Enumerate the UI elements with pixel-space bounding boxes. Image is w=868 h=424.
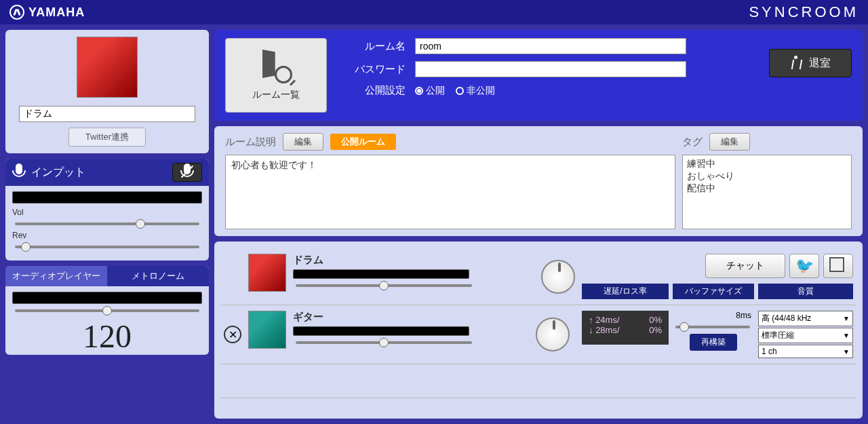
pan-knob[interactable] (541, 260, 575, 294)
compression-dropdown[interactable]: 標準圧縮 (758, 328, 853, 343)
mic-icon (12, 163, 26, 181)
latency-readout: ↑ 24ms/0% ↓ 28ms/0% (582, 311, 669, 345)
twitter-share-button[interactable]: 🐦 (789, 254, 819, 278)
tab-metronome[interactable]: メトロノーム (107, 266, 209, 286)
rev-label: Rev (12, 231, 202, 240)
input-panel: インプット Vol Rev (5, 159, 209, 261)
member-avatar (248, 311, 286, 349)
brand-name: YAMAHA (28, 5, 85, 20)
channels-dropdown[interactable]: 1 ch (758, 345, 853, 358)
desc-text: 初心者も歓迎です！ (225, 155, 675, 229)
public-room-button[interactable]: 公開ルーム (330, 134, 396, 150)
metronome-vol-slider[interactable] (15, 309, 199, 312)
member-name: ギター (293, 311, 529, 324)
room-name-label: ルーム名 (338, 40, 406, 53)
app-name: SYNCROOM (749, 3, 859, 21)
room-name-input[interactable] (415, 38, 686, 54)
vol-slider[interactable] (15, 223, 199, 225)
username-input[interactable] (19, 106, 195, 122)
tempo-display: 120 (12, 317, 202, 355)
password-input[interactable] (415, 61, 686, 77)
member-level-meter (293, 326, 469, 336)
member-vol-slider[interactable] (296, 284, 472, 287)
latency-header: 遅延/ロス率 (582, 284, 669, 299)
radio-public[interactable]: 公開 (415, 85, 445, 97)
buffer-header: バッファサイズ (673, 284, 754, 299)
metronome-meter (12, 292, 202, 304)
buffer-slider[interactable] (675, 326, 750, 328)
profile-panel: Twitter連携 (5, 30, 209, 153)
input-title: インプット (31, 166, 85, 180)
visibility-label: 公開設定 (338, 84, 406, 97)
quality-header: 音質 (758, 284, 853, 299)
chat-button[interactable]: チャット (705, 254, 785, 278)
member-avatar (248, 254, 286, 292)
tag-list: 練習中 おしゃべり 配信中 (682, 155, 852, 229)
brand-left: YAMAHA (9, 5, 85, 20)
mic-muted-icon (180, 163, 194, 181)
tag-edit-button[interactable]: 編集 (709, 133, 750, 151)
desc-edit-button[interactable]: 編集 (283, 133, 323, 151)
vol-label: Vol (12, 208, 202, 217)
twitter-icon: 🐦 (795, 257, 814, 275)
copy-button[interactable] (823, 254, 853, 278)
exit-icon (790, 56, 801, 71)
leave-room-button[interactable]: 退室 (769, 49, 852, 77)
room-list-button[interactable]: ルーム一覧 (225, 38, 327, 113)
tag-label: タグ (682, 136, 703, 149)
yamaha-logo-icon (9, 5, 24, 20)
rev-slider[interactable] (15, 246, 199, 248)
member-row-peer: ✕ ギター ↑ 24ms/0% ↓ 28ms/0% (221, 305, 856, 364)
buffer-value: 8ms (673, 311, 754, 320)
user-avatar[interactable] (77, 37, 138, 98)
player-panel: オーディオプレイヤー メトロノーム 120 (5, 266, 209, 355)
pan-knob[interactable] (536, 317, 570, 351)
room-setup-panel: ルーム一覧 ルーム名 パスワード 公開設定 公開 非公開 (214, 30, 863, 121)
member-row-self: ドラム チャット 🐦 遅延/ロス率 (221, 248, 856, 305)
sample-rate-dropdown[interactable]: 高 (44/48 kHz (758, 311, 853, 326)
members-panel: ドラム チャット 🐦 遅延/ロス率 (214, 242, 863, 419)
input-level-meter (12, 191, 202, 204)
radio-private[interactable]: 非公開 (456, 85, 495, 97)
member-level-meter (293, 269, 469, 279)
tag-item: 練習中 (687, 158, 847, 170)
tab-audio-player[interactable]: オーディオプレイヤー (5, 266, 107, 286)
door-search-icon (262, 50, 290, 83)
twitter-link-button[interactable]: Twitter連携 (68, 128, 146, 147)
copy-icon (832, 260, 844, 272)
mute-button[interactable] (172, 163, 202, 182)
member-name: ドラム (293, 254, 534, 267)
top-bar: YAMAHA SYNCROOM (0, 0, 868, 24)
remove-member-button[interactable]: ✕ (224, 326, 241, 343)
member-row-empty (221, 364, 856, 398)
member-vol-slider[interactable] (296, 341, 472, 344)
tag-item: おしゃべり (687, 170, 847, 182)
tag-item: 配信中 (687, 182, 847, 195)
desc-label: ルーム説明 (225, 136, 276, 149)
rebuild-button[interactable]: 再構築 (690, 334, 737, 351)
password-label: パスワード (338, 63, 406, 76)
room-description-panel: ルーム説明 編集 公開ルーム 初心者も歓迎です！ タグ 編集 練習中 おしゃべり… (214, 126, 863, 236)
